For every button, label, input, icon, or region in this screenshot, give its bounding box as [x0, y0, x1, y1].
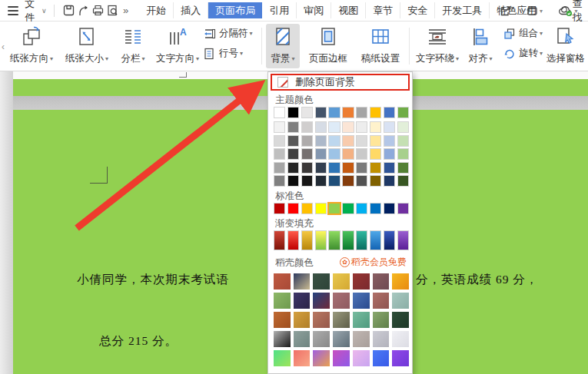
color-swatch[interactable]: [356, 203, 367, 214]
color-swatch[interactable]: [397, 203, 409, 214]
color-swatch[interactable]: [342, 135, 354, 147]
color-swatch[interactable]: [373, 312, 390, 328]
color-swatch[interactable]: [294, 293, 311, 309]
columns-button[interactable]: 分栏▾: [114, 24, 152, 68]
color-swatch[interactable]: [274, 135, 285, 147]
color-swatch[interactable]: [373, 273, 390, 290]
color-swatch[interactable]: [370, 175, 381, 187]
color-swatch[interactable]: [392, 273, 409, 290]
color-swatch[interactable]: [356, 162, 367, 174]
document-text-line2[interactable]: 总分 215 分。: [99, 333, 178, 349]
color-swatch[interactable]: [313, 293, 330, 309]
menu-tab[interactable]: 页面布局: [208, 2, 262, 18]
color-swatch[interactable]: [342, 230, 354, 250]
color-swatch[interactable]: [294, 273, 311, 290]
more-tools-icon[interactable]: »: [123, 5, 128, 16]
color-swatch[interactable]: [397, 148, 409, 160]
delete-page-background-item[interactable]: 删除页面背景: [271, 74, 410, 91]
color-swatch[interactable]: [356, 121, 367, 133]
color-swatch[interactable]: [397, 107, 409, 118]
color-swatch[interactable]: [353, 312, 370, 328]
color-swatch[interactable]: [397, 162, 409, 174]
switch-window-icon[interactable]: ▾: [522, 2, 546, 19]
line-number-button[interactable]: 行号▾: [201, 46, 260, 61]
color-swatch[interactable]: [274, 121, 285, 133]
color-swatch[interactable]: [384, 148, 395, 160]
color-swatch[interactable]: [384, 121, 395, 133]
color-swatch[interactable]: [301, 162, 313, 174]
color-swatch[interactable]: [397, 230, 409, 250]
color-swatch[interactable]: [287, 162, 299, 174]
menu-tab[interactable]: 安全: [400, 2, 435, 18]
color-swatch[interactable]: [287, 135, 299, 147]
menu-tab[interactable]: 视图: [331, 2, 366, 18]
paper-size-button[interactable]: 纸张大小▾: [61, 24, 112, 68]
rotate-button[interactable]: 旋转▾: [501, 46, 549, 61]
color-swatch[interactable]: [370, 148, 381, 160]
color-swatch[interactable]: [301, 107, 313, 118]
color-swatch[interactable]: [315, 107, 327, 118]
color-swatch[interactable]: [342, 107, 354, 118]
color-swatch[interactable]: [333, 293, 350, 309]
color-swatch[interactable]: [328, 148, 340, 160]
color-swatch[interactable]: [313, 350, 330, 366]
color-swatch[interactable]: [370, 162, 381, 174]
background-button[interactable]: 背景▾: [266, 24, 300, 68]
color-swatch[interactable]: [356, 175, 367, 187]
color-swatch[interactable]: [353, 273, 370, 290]
color-swatch[interactable]: [315, 121, 327, 133]
color-swatch[interactable]: [333, 273, 350, 290]
color-swatch[interactable]: [274, 293, 291, 309]
menu-tab[interactable]: 审阅: [297, 2, 331, 18]
share-icon[interactable]: [496, 2, 514, 19]
color-swatch[interactable]: [313, 331, 330, 347]
hamburger-menu-icon[interactable]: [8, 6, 18, 15]
color-swatch[interactable]: [370, 203, 381, 214]
color-swatch[interactable]: [274, 273, 291, 290]
color-swatch[interactable]: [274, 331, 291, 347]
color-swatch[interactable]: [370, 107, 381, 118]
color-swatch[interactable]: [294, 350, 311, 366]
color-swatch[interactable]: [384, 162, 395, 174]
document-text-line1-right[interactable]: 分，英语成绩 69 分，: [416, 272, 538, 288]
document-text-line1-left[interactable]: 小倩同学，本次期末考试语: [77, 272, 229, 288]
color-swatch[interactable]: [301, 203, 313, 214]
color-swatch[interactable]: [392, 293, 409, 309]
color-swatch[interactable]: [333, 312, 350, 328]
color-swatch[interactable]: [370, 135, 381, 147]
color-swatch[interactable]: [287, 230, 299, 250]
menu-tab[interactable]: 引用: [262, 2, 297, 18]
print-icon[interactable]: [91, 2, 105, 19]
manuscript-paper-button[interactable]: 稿纸设置: [355, 24, 406, 68]
color-swatch[interactable]: [287, 203, 299, 214]
color-swatch[interactable]: [315, 135, 327, 147]
color-swatch[interactable]: [342, 175, 354, 187]
color-swatch[interactable]: [392, 312, 409, 328]
color-swatch[interactable]: [397, 175, 409, 187]
page-break-button[interactable]: 分隔符▾: [201, 26, 260, 41]
group-button[interactable]: 组合▾: [501, 26, 549, 41]
color-swatch[interactable]: [294, 312, 311, 328]
selection-pane-button[interactable]: 选择窗格: [544, 24, 587, 68]
color-swatch[interactable]: [274, 148, 285, 160]
color-swatch[interactable]: [301, 135, 313, 147]
color-swatch[interactable]: [384, 203, 395, 214]
page-border-button[interactable]: 页面边框: [303, 24, 354, 68]
color-swatch[interactable]: [353, 331, 370, 347]
color-swatch[interactable]: [328, 175, 340, 187]
color-swatch[interactable]: [353, 293, 370, 309]
color-swatch[interactable]: [373, 293, 390, 309]
color-swatch[interactable]: [274, 350, 291, 366]
color-swatch[interactable]: [274, 107, 285, 118]
color-swatch[interactable]: [373, 350, 390, 366]
color-swatch[interactable]: [353, 350, 370, 366]
color-swatch[interactable]: [301, 175, 313, 187]
color-swatch[interactable]: [356, 135, 367, 147]
cloud-sync-icon[interactable]: ▾: [554, 2, 582, 19]
color-swatch[interactable]: [342, 203, 354, 214]
color-swatch[interactable]: [301, 148, 313, 160]
color-swatch[interactable]: [356, 230, 367, 250]
color-swatch[interactable]: [315, 162, 327, 174]
print-preview-icon[interactable]: [105, 2, 120, 19]
color-swatch[interactable]: [315, 230, 327, 250]
